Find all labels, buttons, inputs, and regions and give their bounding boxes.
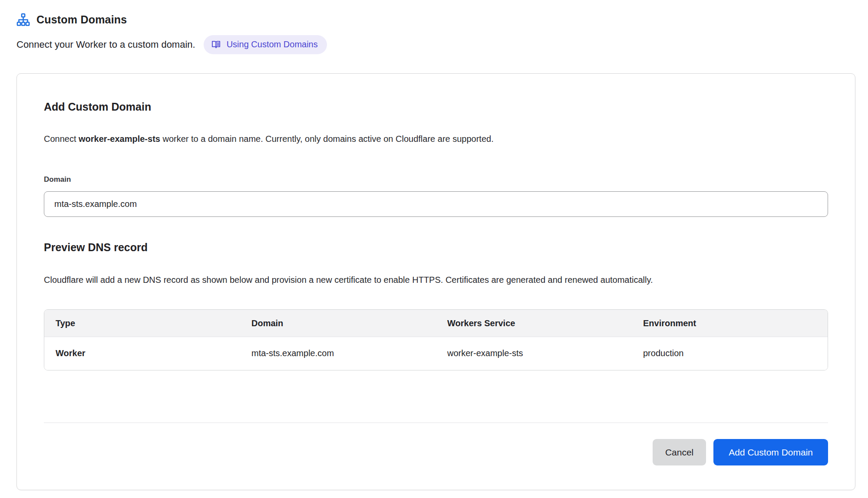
domain-label: Domain [44,175,828,184]
card-description: Connect worker-example-sts worker to a d… [44,134,828,144]
subtitle-row: Connect your Worker to a custom domain. … [17,35,851,54]
cell-environment: production [632,337,828,370]
card-heading: Add Custom Domain [44,101,828,113]
column-header-environment: Environment [632,310,828,337]
hierarchy-icon [17,13,30,26]
preview-dns-heading: Preview DNS record [44,241,828,254]
add-custom-domain-button[interactable]: Add Custom Domain [713,439,828,465]
desc-suffix: worker to a domain name. Currently, only… [160,134,494,144]
cancel-button[interactable]: Cancel [653,439,706,465]
column-header-domain: Domain [240,310,436,337]
title-row: Custom Domains [17,13,851,26]
book-icon [211,39,221,49]
dns-preview-table: Type Domain Workers Service Environment … [44,309,828,370]
column-header-workers-service: Workers Service [436,310,632,337]
worker-name: worker-example-sts [79,134,160,144]
cell-workers-service: worker-example-sts [436,337,632,370]
domain-input[interactable] [44,191,828,217]
page-header: Custom Domains Connect your Worker to a … [0,0,868,54]
footer-divider [44,423,828,423]
cell-type: Worker [44,337,240,370]
using-custom-domains-link[interactable]: Using Custom Domains [204,35,327,54]
doc-link-label: Using Custom Domains [227,39,318,49]
table-header-row: Type Domain Workers Service Environment [44,310,828,337]
card-actions: Cancel Add Custom Domain [44,439,828,465]
add-custom-domain-card: Add Custom Domain Connect worker-example… [17,73,855,490]
preview-dns-description: Cloudflare will add a new DNS record as … [44,271,684,288]
cell-domain: mta-sts.example.com [240,337,436,370]
page-title: Custom Domains [36,13,127,26]
page-subtitle: Connect your Worker to a custom domain. [17,39,195,50]
desc-prefix: Connect [44,134,79,144]
table-row: Worker mta-sts.example.com worker-exampl… [44,337,828,370]
column-header-type: Type [44,310,240,337]
